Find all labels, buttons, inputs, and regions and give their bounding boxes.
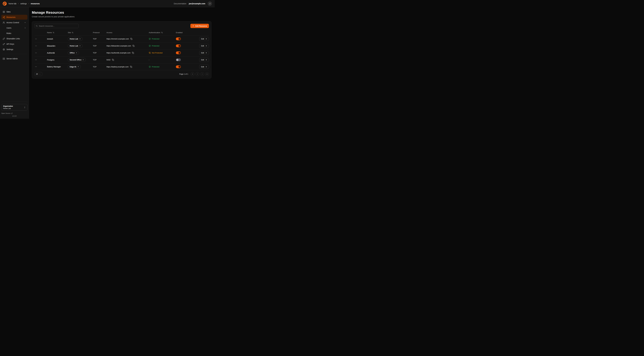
- edit-button[interactable]: Edit: [199, 51, 209, 55]
- column-header-name[interactable]: Name: [47, 32, 68, 34]
- sidebar-item-access-control[interactable]: Access Control: [1, 20, 28, 25]
- access-value: https://immich.example.com: [106, 38, 129, 40]
- row-menu-button[interactable]: [34, 37, 38, 40]
- sites-grid-icon: [3, 11, 5, 13]
- access-value: 5432: [106, 59, 110, 61]
- site-cell: Second Office: [68, 58, 93, 62]
- enabled-toggle[interactable]: [176, 38, 181, 40]
- user-avatar[interactable]: J: [208, 2, 212, 6]
- auth-label: Protected: [152, 38, 159, 40]
- edit-cell: Edit: [194, 37, 209, 41]
- edit-button[interactable]: Edit: [199, 44, 209, 48]
- breadcrumb-settings[interactable]: settings: [20, 2, 27, 5]
- page-subtitle: Create secure proxies to your private ap…: [32, 16, 212, 18]
- auth-status: Protected: [149, 66, 159, 68]
- auth-status: Protected: [149, 45, 159, 47]
- access-cell: https://bitwarden.example.com: [106, 44, 149, 47]
- enabled-toggle[interactable]: [176, 65, 181, 68]
- sidebar-item-label: API Keys: [6, 43, 14, 45]
- resource-name: Bitwarden: [47, 45, 55, 47]
- column-label: Authentication: [149, 32, 160, 34]
- sidebar-item-label: Users: [6, 27, 12, 29]
- column-header-authentication[interactable]: Authentication: [149, 32, 176, 34]
- row-menu-button[interactable]: [34, 44, 38, 48]
- row-menu-button[interactable]: [34, 58, 38, 62]
- search-icon: [36, 25, 38, 27]
- sidebar-item-sites[interactable]: Sites: [1, 10, 28, 14]
- users-group-icon: [3, 22, 5, 24]
- page-size-select[interactable]: 20: [34, 72, 42, 76]
- enabled-toggle[interactable]: [176, 52, 181, 54]
- protocol-value: TCP: [93, 52, 96, 54]
- sidebar-item-server-admin[interactable]: Server Admin: [1, 56, 28, 61]
- breadcrumb-home-lab[interactable]: home-lab: [8, 2, 16, 5]
- sidebar-item-users[interactable]: Users: [1, 26, 28, 30]
- last-page-button[interactable]: [205, 72, 209, 76]
- row-menu-button[interactable]: [34, 65, 38, 68]
- authentication-cell: -: [149, 59, 176, 61]
- copy-button[interactable]: [130, 66, 132, 68]
- arrow-right-icon: [205, 66, 207, 68]
- copy-button[interactable]: [132, 44, 135, 47]
- arrow-up-right-icon: [76, 52, 77, 54]
- resource-name: Battery Manager: [47, 66, 61, 68]
- previous-page-button[interactable]: [196, 72, 199, 76]
- access-value: https://battery.example.com: [106, 66, 128, 68]
- authentication-cell: Protected: [149, 66, 176, 68]
- site-link[interactable]: Edge 01: [68, 65, 81, 69]
- site-link[interactable]: Office: [68, 51, 79, 55]
- enabled-cell: [176, 38, 194, 40]
- edit-button[interactable]: Edit: [199, 65, 209, 69]
- sidebar-nav: Sites Resources Access Control: [1, 10, 28, 61]
- copy-button[interactable]: [132, 52, 134, 54]
- auth-label: Protected: [152, 45, 159, 47]
- shield-off-icon: [149, 52, 151, 54]
- edit-button-label: Edit: [201, 38, 204, 40]
- card-footer: 20 Page 1 of 1: [34, 72, 209, 76]
- edit-button-label: Edit: [201, 59, 204, 61]
- link-icon: [3, 38, 5, 40]
- organization-selector[interactable]: Organization Home Lab: [1, 104, 28, 110]
- sort-icon: [161, 32, 163, 34]
- authentication-cell: Protected: [149, 38, 176, 40]
- site-link[interactable]: Home Lab: [68, 37, 82, 41]
- breadcrumb-separator-icon: [18, 3, 19, 4]
- page-size-value: 20: [36, 73, 38, 75]
- access-cell: https://immich.example.com: [106, 38, 149, 40]
- column-label: Name: [47, 32, 52, 34]
- chevron-down-icon: [39, 73, 41, 75]
- search-input[interactable]: [34, 24, 79, 28]
- sidebar-item-settings[interactable]: Settings: [1, 47, 28, 52]
- documentation-link[interactable]: Documentation: [174, 2, 186, 5]
- next-page-button[interactable]: [200, 72, 204, 76]
- copy-button[interactable]: [112, 58, 114, 61]
- protocol-value: TCP: [93, 59, 96, 61]
- row-menu-button[interactable]: [34, 51, 38, 54]
- sidebar-item-label: Shareable Links: [6, 38, 20, 40]
- enabled-toggle[interactable]: [176, 44, 181, 47]
- open-source-link[interactable]: Open Source: [1, 112, 28, 114]
- first-page-button[interactable]: [191, 72, 194, 76]
- sidebar-item-api-keys[interactable]: API Keys: [1, 42, 28, 46]
- sidebar-item-label: Server Admin: [6, 58, 18, 60]
- edit-button-label: Edit: [201, 52, 204, 54]
- edit-button[interactable]: Edit: [199, 37, 209, 41]
- site-cell: Home Lab: [68, 44, 93, 48]
- edit-button[interactable]: Edit: [199, 58, 209, 62]
- enabled-toggle[interactable]: [176, 58, 181, 61]
- organization-label: Organization: [3, 105, 13, 107]
- app-logo-icon[interactable]: [3, 2, 7, 6]
- sidebar-item-resources[interactable]: Resources: [1, 15, 28, 20]
- organization-name: Home Lab: [3, 108, 13, 110]
- column-header-site[interactable]: Site: [68, 32, 93, 34]
- site-link[interactable]: Home Lab: [68, 44, 82, 48]
- sidebar-item-roles[interactable]: Roles: [1, 31, 28, 36]
- add-resource-button[interactable]: Add Resource: [190, 24, 209, 28]
- row-menu-cell: [34, 37, 47, 40]
- site-link[interactable]: Second Office: [68, 58, 86, 62]
- protocol-cell: TCP: [93, 38, 106, 40]
- chevron-right-icon: [24, 27, 26, 29]
- row-menu-cell: [34, 51, 47, 54]
- copy-button[interactable]: [130, 38, 133, 40]
- sidebar-item-shareable-links[interactable]: Shareable Links: [1, 36, 28, 41]
